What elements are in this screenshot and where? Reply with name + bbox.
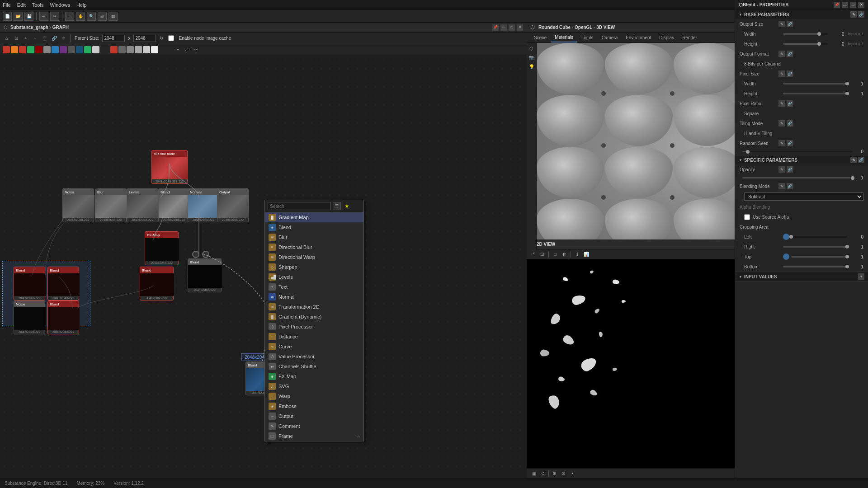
graph-canvas[interactable]: Mis title node 2048x2048-333-222 Noise 2…	[0, 55, 527, 468]
color-icon-g1[interactable]	[118, 46, 126, 53]
dropdown-favorite-icon[interactable]: ★	[343, 202, 351, 210]
color-icon-darkred[interactable]	[35, 46, 42, 53]
color-icon-g5[interactable]	[151, 46, 158, 53]
color-icon-darkblue[interactable]	[76, 46, 83, 53]
node-row2[interactable]: Blur 2048x2048-222	[95, 188, 127, 222]
refresh-icon[interactable]: ↻	[157, 34, 165, 42]
dropdown-item-curve[interactable]: ∿ Curve	[265, 342, 363, 352]
bottom-track[interactable]	[783, 266, 847, 267]
dropdown-item-fx-map[interactable]: ⊕ FX-Map	[265, 371, 363, 381]
v2d-dot-icon[interactable]: •	[569, 470, 576, 477]
node-left2[interactable]: Blend 2048x2048-222	[47, 267, 79, 300]
graph-fit-icon[interactable]: ⊡	[12, 34, 20, 42]
dropdown-item-svg[interactable]: ◭ SVG	[265, 381, 363, 391]
v3d-obj-icon[interactable]: ⬡	[528, 45, 535, 52]
v2d-fit-icon[interactable]: ⊡	[538, 251, 546, 258]
link2-icon[interactable]: ⇌	[183, 46, 191, 54]
v2d-nav2-icon[interactable]: ↺	[539, 470, 547, 477]
connector1[interactable]	[192, 251, 199, 258]
dropdown-item-distance[interactable]: ↔ Distance	[265, 332, 363, 342]
graph-zoom-in-icon[interactable]: +	[22, 34, 30, 42]
dropdown-item-sharpen[interactable]: ◇ Sharpen	[265, 262, 363, 272]
dropdown-item-blur[interactable]: ≋ Blur	[265, 232, 363, 242]
tab-scene[interactable]: Scene	[530, 33, 550, 42]
frame-icon[interactable]: ⊞	[98, 12, 107, 21]
color-icon-green[interactable]	[27, 46, 34, 53]
menu-tools[interactable]: Tools	[32, 2, 44, 8]
tab-materials[interactable]: Materials	[551, 33, 577, 42]
menu-help[interactable]: Help	[76, 2, 87, 8]
node-row1[interactable]: Noise 2048x2048-222	[62, 188, 94, 222]
node-left1[interactable]: Blend 2048x2048-222	[14, 267, 45, 300]
maximize-icon[interactable]: □	[509, 24, 515, 31]
menu-windows[interactable]: Windows	[50, 2, 70, 8]
iv-add-icon[interactable]: +	[858, 273, 864, 280]
new-icon[interactable]: 📄	[3, 12, 12, 21]
node-left4[interactable]: Blend 2048x2048-222	[47, 300, 79, 334]
menu-edit[interactable]: Edit	[17, 2, 26, 8]
color-icon-g4[interactable]	[143, 46, 150, 53]
bottom-thumb[interactable]	[845, 265, 849, 268]
color-icon-g2[interactable]	[127, 46, 134, 53]
select-icon[interactable]: ⬚	[65, 12, 74, 21]
v2d-grid-icon[interactable]: ▦	[530, 470, 538, 477]
color-icon-green2[interactable]	[84, 46, 91, 53]
node-row5[interactable]: Normal 2048x2048-222	[188, 188, 219, 222]
v2d-mode-icon[interactable]: □	[552, 251, 559, 258]
graph-select-icon[interactable]: ⬚	[41, 34, 49, 42]
home-icon[interactable]: ⌂	[3, 34, 11, 42]
arrows-icon[interactable]: »	[174, 46, 182, 54]
dropdown-item-output[interactable]: → Output	[265, 411, 363, 421]
dropdown-item-channels-shuffle[interactable]: ⇄ Channels Shuffle	[265, 361, 363, 371]
dropdown-item-emboss[interactable]: ◈ Emboss	[265, 401, 363, 411]
graph-zoom-out-icon[interactable]: −	[31, 34, 39, 42]
dropdown-item-value-processor[interactable]: ⬡ Value Processor	[265, 352, 363, 361]
tab-render[interactable]: Render	[679, 33, 701, 42]
node-left3[interactable]: Noise 2048x2048-222	[14, 300, 45, 334]
graph-link-icon[interactable]: 🔗	[50, 34, 58, 42]
color-icon-r1[interactable]	[110, 46, 118, 53]
graph-align-icon[interactable]: ≡	[60, 34, 68, 42]
close-icon[interactable]: ✕	[517, 24, 523, 31]
top-track[interactable]	[791, 256, 847, 258]
dropdown-item-gradient-dynamic[interactable]: ▓ Gradient (Dynamic)	[265, 312, 363, 322]
redo-icon[interactable]: ↪	[50, 12, 59, 21]
right-thumb[interactable]	[845, 245, 849, 249]
v2d-nav-icon[interactable]: ↺	[529, 251, 537, 258]
v2d-channel-icon[interactable]: ◐	[561, 251, 568, 258]
cache-checkbox[interactable]	[168, 35, 174, 41]
v2d-info-icon[interactable]: ℹ	[574, 251, 581, 258]
parent-size-h-input[interactable]	[133, 35, 156, 42]
node-row4[interactable]: Blend 2048x2048-222	[158, 188, 190, 222]
grid-icon[interactable]: ▦	[108, 12, 118, 21]
color-icon-blue[interactable]	[52, 46, 59, 53]
dropdown-item-gradient-map[interactable]: ▓ Gradient Map	[265, 212, 363, 222]
v2d-anchor-icon[interactable]: ⊕	[551, 470, 558, 477]
right-track[interactable]	[783, 246, 847, 248]
color-icon-purple[interactable]	[60, 46, 67, 53]
menu-file[interactable]: File	[3, 2, 11, 8]
node-top[interactable]: Mis title node 2048x2048-333-222	[151, 150, 188, 184]
dropdown-item-transformation-2d[interactable]: ⊞ Transformation 2D	[265, 302, 363, 312]
color-icon-gray[interactable]	[43, 46, 51, 53]
color-icon-white[interactable]	[92, 46, 99, 53]
v3d-light-icon[interactable]: 💡	[528, 63, 535, 70]
node-blend[interactable]: Blend 2048x2048-222	[188, 258, 222, 292]
tab-display[interactable]: Display	[656, 33, 678, 42]
node-row3[interactable]: Levels 2048x2048-222	[127, 188, 158, 222]
tab-environment[interactable]: Environment	[622, 33, 655, 42]
node-mid1[interactable]: FX-Map 2048x2048-222	[145, 231, 179, 265]
connector2[interactable]	[202, 251, 209, 258]
color-icon-g3[interactable]	[135, 46, 142, 53]
save-icon[interactable]: 💾	[24, 12, 33, 21]
dropdown-item-blend[interactable]: ◈ Blend	[265, 222, 363, 232]
color-icon-orange[interactable]	[11, 46, 18, 53]
input-values-header[interactable]: ▼ INPUT VALUES +	[735, 272, 868, 281]
dropdown-item-warp[interactable]: ≈ Warp	[265, 391, 363, 401]
dropdown-item-comment[interactable]: ✎ Comment	[265, 421, 363, 431]
dropdown-item-directional-warp[interactable]: ≋ Directional Warp	[265, 252, 363, 262]
pan-icon[interactable]: ✋	[76, 12, 85, 21]
top-thumb[interactable]	[845, 255, 849, 258]
parent-size-w-input[interactable]	[102, 35, 125, 42]
tab-lights[interactable]: Lights	[578, 33, 597, 42]
